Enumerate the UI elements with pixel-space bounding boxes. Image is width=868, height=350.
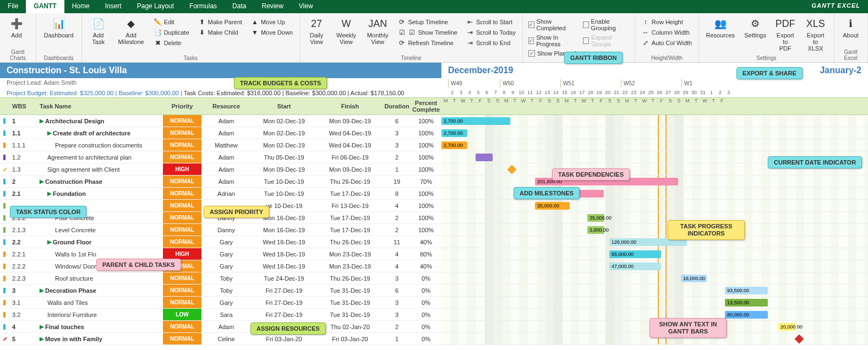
gantt-bar[interactable]: 80,000.00	[725, 311, 768, 319]
col-taskname[interactable]: Task Name	[36, 98, 163, 114]
col-resource[interactable]: Resource	[201, 98, 251, 114]
task-name-cell[interactable]: ▶Construction Phase	[36, 176, 163, 187]
expand-icon[interactable]: ▶	[47, 130, 52, 136]
task-row[interactable]: 1.1▶Create draft of architectureNORMALAd…	[0, 127, 868, 139]
col-duration[interactable]: Duration	[383, 98, 411, 114]
auto-col-width-button[interactable]: ⤢Auto Col Width	[640, 39, 694, 47]
duplicate-button[interactable]: 📑Duplicate	[152, 28, 192, 37]
col-priority[interactable]: Priority	[163, 98, 201, 114]
task-name-cell[interactable]: Agreement to architectural plan	[36, 151, 163, 163]
make-parent-button[interactable]: ⬆Make Parent	[196, 18, 244, 26]
gantt-row[interactable]: 3,800.00	[441, 224, 868, 236]
expand-icon[interactable]: ▶	[40, 178, 44, 184]
gantt-bar[interactable]: 35,000.00	[587, 214, 604, 222]
menu-tab-view[interactable]: View	[291, 0, 321, 13]
task-row[interactable]: 2.1▶FoundationNORMALAdrianTue 10-Dec-19T…	[0, 188, 868, 200]
gantt-row[interactable]: 2,700.00	[441, 115, 868, 127]
gantt-bar[interactable]: 2,700.00	[441, 141, 467, 149]
task-name-cell[interactable]: Level Concrete	[36, 224, 163, 236]
task-name-cell[interactable]: ▶Move in with Family	[36, 333, 163, 344]
scroll-end-button[interactable]: ⇥Scroll to End	[464, 39, 518, 47]
gantt-bar[interactable]: 16,000.00	[681, 275, 707, 282]
move-up-button[interactable]: ▲Move Up	[249, 18, 295, 26]
gantt-row[interactable]: 73,800.00	[441, 188, 868, 199]
task-row[interactable]: 1.3Sign agreement with ClientHIGHAdamMon…	[0, 163, 868, 176]
col-start[interactable]: Start	[251, 98, 317, 114]
menu-tab-file[interactable]: File	[0, 0, 26, 13]
refresh-timeline-button[interactable]: ⟳Refresh Timeline	[396, 39, 460, 47]
task-row[interactable]: 3.1Walls and TilesNORMALGaryFri 27-Dec-1…	[0, 297, 868, 309]
row-height-button[interactable]: ↕Row Height	[640, 18, 694, 26]
filter-completed[interactable]: ✓Show Completed	[527, 18, 577, 32]
daily-view-button[interactable]: 27DailyView	[304, 15, 329, 46]
menu-tab-home[interactable]: Home	[64, 0, 97, 13]
gantt-bar[interactable]: 93,500.00	[725, 287, 768, 294]
filter-inprogress[interactable]: ✓Show In Progress	[527, 34, 577, 48]
col-finish[interactable]: Finish	[317, 98, 383, 114]
task-name-cell[interactable]: Interiors/ Furniture	[36, 309, 163, 320]
task-name-cell[interactable]: ▶Architectural Design	[36, 115, 163, 127]
add-chart-button[interactable]: ➕Add	[4, 15, 29, 40]
gantt-bar[interactable]: 3,800.00	[587, 226, 604, 234]
task-row[interactable]: 2▶Construction PhaseNORMALAdamTue 10-Dec…	[0, 176, 868, 188]
task-name-cell[interactable]: ▶Decoration Phase	[36, 285, 163, 296]
gantt-row[interactable]: 65,000.00	[441, 248, 868, 260]
gantt-row[interactable]: 93,500.00	[441, 285, 868, 296]
task-name-cell[interactable]: ▶Foundation	[36, 188, 163, 199]
milestone-icon[interactable]	[507, 165, 517, 174]
gantt-bar[interactable]: 2,700.00	[441, 129, 467, 137]
col-width-button[interactable]: ↔Column Width	[640, 28, 694, 37]
col-percent[interactable]: Percent Complete	[411, 98, 441, 114]
task-row[interactable]: 3▶Decoration PhaseNORMALTobyFri 27-Dec-1…	[0, 285, 868, 297]
menu-tab-review[interactable]: Review	[254, 0, 291, 13]
gantt-row[interactable]: 16,000.00	[441, 272, 868, 284]
export-pdf-button[interactable]: PDFExportto PDF	[773, 15, 798, 53]
task-row[interactable]: 4▶Final touchesNORMALAdamThu 02-Jan-2020…	[0, 321, 868, 333]
make-child-button[interactable]: ⬇Make Child	[196, 28, 244, 37]
export-xlsx-button[interactable]: XLSExportto XLSX	[802, 15, 829, 53]
scroll-start-button[interactable]: ⇤Scroll to Start	[464, 18, 518, 26]
menu-tab-insert[interactable]: Insert	[97, 0, 129, 13]
task-row[interactable]: 5▶Move in with FamilyNORMALCelineFri 03-…	[0, 333, 868, 345]
enable-grouping[interactable]: Enable Grouping	[582, 18, 630, 32]
move-down-button[interactable]: ▼Move Down	[249, 28, 295, 37]
resources-button[interactable]: 👥Resources	[703, 15, 737, 40]
menu-tab-page layout[interactable]: Page Layout	[129, 0, 182, 13]
gantt-row[interactable]: 201,800.00	[441, 176, 868, 187]
expand-icon[interactable]: ▶	[40, 324, 44, 330]
task-row[interactable]: 1.1.1Prepare construction documentsNORMA…	[0, 139, 868, 151]
weekly-view-button[interactable]: WWeeklyView	[333, 15, 359, 46]
task-name-cell[interactable]: Sign agreement with Client	[36, 163, 163, 175]
gantt-row[interactable]: 2,700.00	[441, 139, 868, 151]
show-timeline-button[interactable]: ☑☑Show Timeline	[396, 28, 460, 37]
task-name-cell[interactable]: ▶Create draft of architecture	[36, 127, 163, 139]
task-row[interactable]: 2.2.3Roof structureNORMALTobyTue 24-Dec-…	[0, 272, 868, 285]
monthly-view-button[interactable]: JANMonthlyView	[364, 15, 392, 46]
gantt-row[interactable]: 128,000.00	[441, 236, 868, 248]
expand-icon[interactable]: ▶	[47, 239, 52, 245]
col-wbs[interactable]: WBS	[9, 98, 36, 114]
gantt-row[interactable]: 35,000.00	[441, 200, 868, 211]
add-task-button[interactable]: 📄AddTask	[86, 15, 111, 46]
task-row[interactable]: 1▶Architectural DesignNORMALAdamMon 02-D…	[0, 115, 868, 127]
gantt-bar[interactable]: 13,500.00	[725, 299, 768, 307]
edit-button[interactable]: ✏️Edit	[152, 18, 192, 26]
setup-timeline-button[interactable]: ⟳Setup Timeline	[396, 18, 460, 26]
task-name-cell[interactable]: Walls and Tiles	[36, 297, 163, 308]
expand-icon[interactable]: ▶	[40, 336, 44, 342]
task-row[interactable]: NORMALue 10-Dec-19Fri 13-Dec-194100%35,0…	[0, 200, 868, 212]
gantt-row[interactable]: 2,700.00	[441, 127, 868, 139]
menu-tab-gantt[interactable]: GANTT	[26, 0, 64, 13]
task-row[interactable]: 3.2Interiors/ FurnitureLOWSaraFri 27-Dec…	[0, 309, 868, 321]
gantt-row[interactable]: 35,000.00	[441, 212, 868, 223]
task-name-cell[interactable]: Roof structure	[36, 272, 163, 284]
about-button[interactable]: ℹAbout	[839, 15, 863, 40]
gantt-bar[interactable]: 35,000.00	[535, 202, 570, 210]
task-row[interactable]: 1.2Agreement to architectural planNORMAL…	[0, 151, 868, 163]
gantt-bar[interactable]: 65,000.00	[609, 250, 661, 258]
gantt-bar[interactable]: 47,000.00	[609, 262, 661, 270]
scroll-today-button[interactable]: ⇥Scroll to Today	[464, 28, 518, 37]
task-name-cell[interactable]: ▶Final touches	[36, 321, 163, 332]
gantt-row[interactable]: 47,000.00	[441, 260, 868, 272]
delete-button[interactable]: ✖Delete	[152, 39, 192, 47]
